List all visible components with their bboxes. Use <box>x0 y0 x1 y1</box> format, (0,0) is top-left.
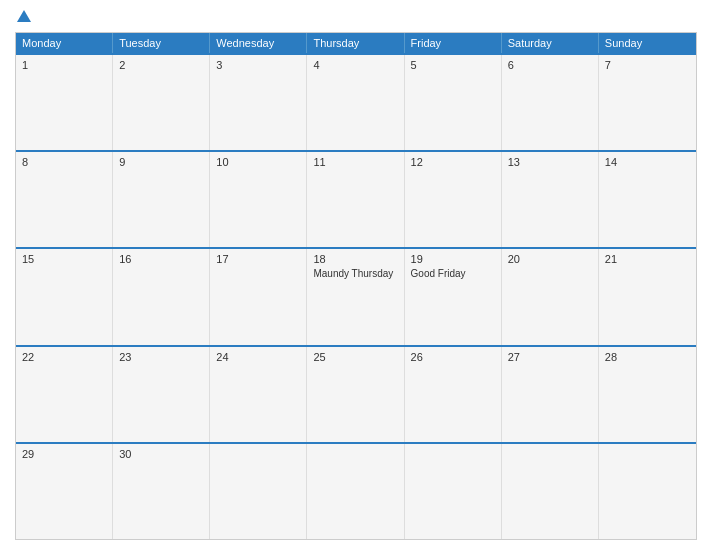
day-number: 17 <box>216 253 300 265</box>
col-header-thursday: Thursday <box>307 33 404 53</box>
day-number: 13 <box>508 156 592 168</box>
day-number: 23 <box>119 351 203 363</box>
day-cell: 5 <box>405 55 502 150</box>
day-number: 30 <box>119 448 203 460</box>
day-cell: 18Maundy Thursday <box>307 249 404 344</box>
day-number: 12 <box>411 156 495 168</box>
day-number: 24 <box>216 351 300 363</box>
day-number: 5 <box>411 59 495 71</box>
day-number: 11 <box>313 156 397 168</box>
day-number: 16 <box>119 253 203 265</box>
logo-triangle-icon <box>17 10 31 22</box>
col-header-friday: Friday <box>405 33 502 53</box>
col-header-saturday: Saturday <box>502 33 599 53</box>
day-cell <box>599 444 696 539</box>
day-cell <box>405 444 502 539</box>
day-number: 7 <box>605 59 690 71</box>
day-cell: 11 <box>307 152 404 247</box>
day-cell: 12 <box>405 152 502 247</box>
col-header-sunday: Sunday <box>599 33 696 53</box>
day-cell: 2 <box>113 55 210 150</box>
day-cell: 1 <box>16 55 113 150</box>
day-cell: 10 <box>210 152 307 247</box>
logo <box>15 10 31 24</box>
day-number: 6 <box>508 59 592 71</box>
day-number: 20 <box>508 253 592 265</box>
day-number: 1 <box>22 59 106 71</box>
day-cell: 21 <box>599 249 696 344</box>
day-number: 26 <box>411 351 495 363</box>
day-cell: 9 <box>113 152 210 247</box>
week-row-4: 22232425262728 <box>16 345 696 442</box>
day-number: 25 <box>313 351 397 363</box>
day-cell <box>307 444 404 539</box>
day-number: 14 <box>605 156 690 168</box>
day-event: Maundy Thursday <box>313 268 397 279</box>
day-cell: 13 <box>502 152 599 247</box>
day-number: 22 <box>22 351 106 363</box>
col-header-monday: Monday <box>16 33 113 53</box>
day-number: 15 <box>22 253 106 265</box>
day-cell: 3 <box>210 55 307 150</box>
day-number: 9 <box>119 156 203 168</box>
day-cell <box>502 444 599 539</box>
day-cell: 14 <box>599 152 696 247</box>
day-number: 8 <box>22 156 106 168</box>
day-cell: 7 <box>599 55 696 150</box>
day-cell: 25 <box>307 347 404 442</box>
calendar: MondayTuesdayWednesdayThursdayFridaySatu… <box>15 32 697 540</box>
day-cell: 27 <box>502 347 599 442</box>
week-row-3: 15161718Maundy Thursday19Good Friday2021 <box>16 247 696 344</box>
day-cell: 19Good Friday <box>405 249 502 344</box>
day-cell: 26 <box>405 347 502 442</box>
day-cell: 28 <box>599 347 696 442</box>
day-cell: 6 <box>502 55 599 150</box>
day-number: 10 <box>216 156 300 168</box>
day-number: 3 <box>216 59 300 71</box>
header <box>15 10 697 24</box>
day-number: 29 <box>22 448 106 460</box>
col-header-tuesday: Tuesday <box>113 33 210 53</box>
column-headers: MondayTuesdayWednesdayThursdayFridaySatu… <box>16 33 696 53</box>
day-cell: 20 <box>502 249 599 344</box>
week-row-5: 2930 <box>16 442 696 539</box>
day-number: 18 <box>313 253 397 265</box>
week-row-1: 1234567 <box>16 53 696 150</box>
col-header-wednesday: Wednesday <box>210 33 307 53</box>
day-number: 19 <box>411 253 495 265</box>
week-row-2: 891011121314 <box>16 150 696 247</box>
day-cell: 22 <box>16 347 113 442</box>
weeks: 123456789101112131415161718Maundy Thursd… <box>16 53 696 539</box>
day-cell <box>210 444 307 539</box>
day-number: 27 <box>508 351 592 363</box>
page: MondayTuesdayWednesdayThursdayFridaySatu… <box>0 0 712 550</box>
day-cell: 29 <box>16 444 113 539</box>
day-number: 2 <box>119 59 203 71</box>
day-cell: 30 <box>113 444 210 539</box>
day-cell: 8 <box>16 152 113 247</box>
day-number: 4 <box>313 59 397 71</box>
day-cell: 16 <box>113 249 210 344</box>
day-cell: 24 <box>210 347 307 442</box>
day-cell: 4 <box>307 55 404 150</box>
day-number: 28 <box>605 351 690 363</box>
day-cell: 23 <box>113 347 210 442</box>
day-event: Good Friday <box>411 268 495 279</box>
day-cell: 15 <box>16 249 113 344</box>
day-number: 21 <box>605 253 690 265</box>
day-cell: 17 <box>210 249 307 344</box>
